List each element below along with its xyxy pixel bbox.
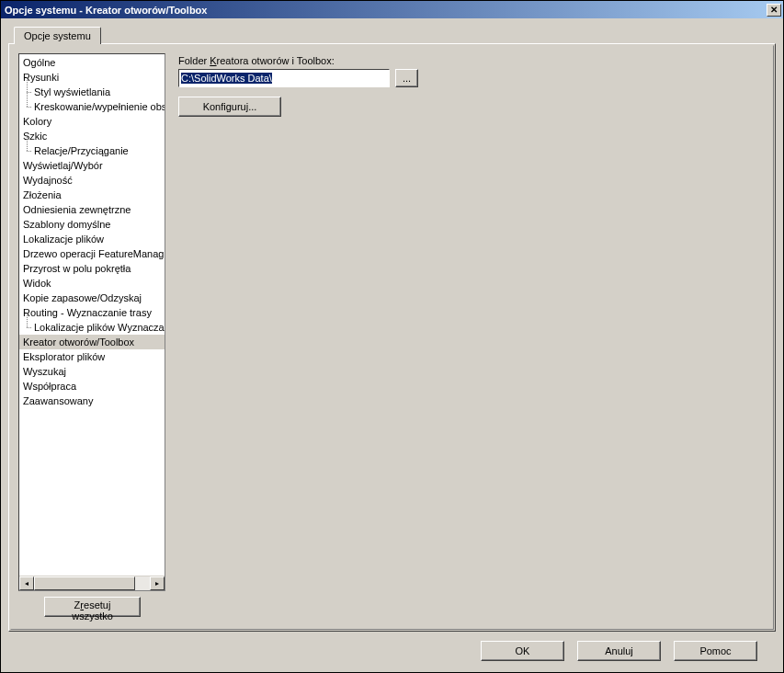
tree-item[interactable]: Zaawansowany [19,394,165,408]
tabs-row: Opcje systemu [14,26,776,43]
close-icon: ✕ [770,5,778,15]
cancel-button[interactable]: Anuluj [577,641,661,661]
reset-all-button[interactable]: Zresetuj wszystko [44,597,141,617]
tree-item[interactable]: Widok [19,276,165,291]
ok-button[interactable]: OK [481,641,564,661]
tree-item[interactable]: Rysunki [19,70,165,85]
folder-path-input[interactable]: C:\SolidWorks Data\ [178,69,390,87]
browse-button[interactable]: ... [395,69,418,87]
close-button[interactable]: ✕ [767,4,781,17]
tree-item[interactable]: Przyrost w polu pokrętła [19,261,165,276]
tree-item[interactable]: Eksplorator plików [19,349,165,364]
tree-item[interactable]: Lokalizacje plików Wyznaczania trasy [19,320,165,335]
tree-item[interactable]: Ogólne [19,55,165,70]
scroll-right-button[interactable]: ▸ [150,576,165,590]
tree-item[interactable]: Szablony domyślne [19,217,165,232]
tree-item[interactable]: Styl wyświetlania [19,85,165,99]
window-title: Opcje systemu - Kreator otworów/Toolbox [5,5,767,16]
tree-item[interactable]: Routing - Wyznaczanie trasy [19,305,165,320]
tree-container: OgólneRysunkiStyl wyświetlaniaKreskowani… [18,53,165,591]
tree-item[interactable]: Szkic [19,129,165,143]
configure-button[interactable]: Konfiguruj... [178,97,281,117]
options-tree[interactable]: OgólneRysunkiStyl wyświetlaniaKreskowani… [18,53,165,591]
tree-item[interactable]: Kolory [19,114,165,129]
settings-pane: Folder Kreatora otworów i Toolbox: C:\So… [178,53,766,591]
titlebar: Opcje systemu - Kreator otworów/Toolbox … [1,1,783,18]
folder-row: C:\SolidWorks Data\ ... [178,69,766,87]
scroll-left-button[interactable]: ◂ [19,576,34,590]
tree-item[interactable]: Kopie zapasowe/Odzyskaj [19,291,165,305]
tree-item[interactable]: Odniesienia zewnętrzne [19,202,165,217]
horizontal-scrollbar[interactable]: ◂ ▸ [19,576,165,590]
reset-row: Zresetuj wszystko [18,597,766,622]
folder-label: Folder Kreatora otworów i Toolbox: [178,55,766,66]
tab-system-options[interactable]: Opcje systemu [14,27,101,44]
tree-item[interactable]: Lokalizacje plików [19,232,165,246]
tree-item[interactable]: Relacje/Przyciąganie [19,143,165,158]
tree-item[interactable]: Wydajność [19,173,165,188]
content-row: OgólneRysunkiStyl wyświetlaniaKreskowani… [18,53,766,591]
help-button[interactable]: Pomoc [674,641,757,661]
tree-item[interactable]: Wyświetlaj/Wybór [19,158,165,173]
scroll-thumb[interactable] [34,576,135,590]
tree-item[interactable]: Złożenia [19,188,165,202]
tab-panel-inner: OgólneRysunkiStyl wyświetlaniaKreskowani… [10,45,774,630]
tree-item[interactable]: Współpraca [19,379,165,394]
scroll-track[interactable] [34,576,150,590]
dialog-buttons: OK Anuluj Pomoc [8,632,776,665]
tab-panel: OgólneRysunkiStyl wyświetlaniaKreskowani… [8,43,776,632]
dialog-body: Opcje systemu OgólneRysunkiStyl wyświetl… [1,18,783,672]
tree-item[interactable]: Kreskowanie/wypełnienie obszaru [19,99,165,114]
tree-item[interactable]: Drzewo operacji FeatureManager [19,246,165,261]
dialog-window: Opcje systemu - Kreator otworów/Toolbox … [0,0,784,673]
tree-item[interactable]: Kreator otworów/Toolbox [19,335,165,349]
tree-item[interactable]: Wyszukaj [19,364,165,379]
